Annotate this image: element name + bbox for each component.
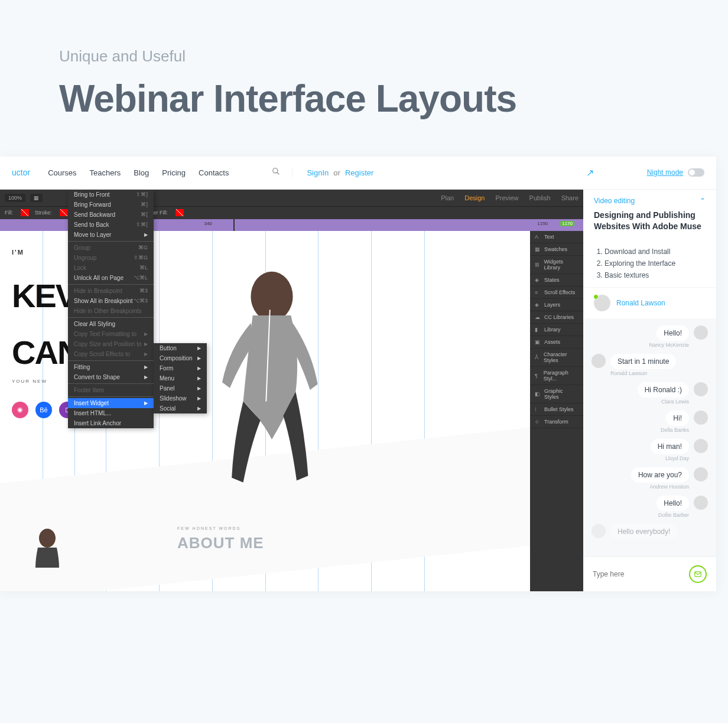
mode-share[interactable]: Share: [561, 194, 578, 201]
panel-widgets[interactable]: ⊞Widgets Library: [530, 256, 583, 274]
register-link[interactable]: Register: [345, 168, 373, 177]
ruler-mark: 1150: [537, 221, 548, 226]
ctx-insert-widget[interactable]: Insert Widget▶: [68, 398, 154, 408]
fill-label: Fill:: [5, 210, 13, 216]
night-mode-toggle[interactable]: [688, 168, 704, 177]
chat-sender: Lloyd Day: [665, 455, 689, 461]
chat-avatar: [694, 325, 708, 340]
panel-assets[interactable]: ▣Assets: [530, 336, 583, 349]
chat-sender: Clara Lewis: [661, 399, 689, 405]
nav-pricing[interactable]: Pricing: [162, 168, 186, 177]
sidebar-category[interactable]: Video editing⌃: [594, 197, 706, 205]
submenu-slideshow[interactable]: Slideshow▶: [154, 393, 207, 403]
ctx-bring-to-front[interactable]: Bring to Front⇧⌘]: [68, 190, 154, 200]
ctx-group: Group⌘G: [68, 243, 154, 253]
svg-line-1: [277, 172, 280, 175]
lesson-item[interactable]: Download and Install: [604, 246, 706, 258]
chat-ghost: Hello everybody!: [610, 524, 677, 539]
chat-area[interactable]: Hello!Nancy McKenzieStart in 1 minuteRon…: [583, 318, 716, 556]
lesson-item[interactable]: Basic textures: [604, 269, 706, 281]
ctx-insert-link-anchor[interactable]: Insert Link Anchor: [68, 418, 154, 428]
chat-avatar: [592, 524, 606, 538]
svg-point-0: [273, 168, 278, 173]
ctx-fitting[interactable]: Fitting▶: [68, 362, 154, 372]
submenu-form[interactable]: Form▶: [154, 363, 207, 373]
top-nav: uctor Courses Teachers Blog Pricing Cont…: [0, 157, 716, 190]
chat-message: How are you?: [631, 467, 689, 483]
ruler-mark: 340: [204, 221, 212, 226]
app-window: uctor Courses Teachers Blog Pricing Cont…: [0, 157, 716, 591]
panel-graphic-styles[interactable]: ◧Graphic Styles: [530, 385, 583, 403]
nav-blog[interactable]: Blog: [134, 168, 149, 177]
chat-input[interactable]: [593, 570, 683, 578]
svg-point-3: [39, 529, 56, 548]
lesson-list: Download and Install Exploring the Inter…: [583, 240, 716, 287]
ctx-copy-text-formatting-to: Copy Text Formatting to▶: [68, 329, 154, 339]
nav-courses[interactable]: Courses: [48, 168, 76, 177]
ctx-hide-in-other-breakpoints: Hide in Other Breakpoints: [68, 306, 154, 316]
auth-or: or: [333, 168, 340, 177]
panel-text[interactable]: AText: [530, 231, 583, 243]
ctx-hide-in-breakpoint: Hide in Breakpoint⌘3: [68, 286, 154, 296]
panel-layers[interactable]: ◈Layers: [530, 299, 583, 311]
nav-teachers[interactable]: Teachers: [90, 168, 121, 177]
ctx-convert-to-shape[interactable]: Convert to Shape▶: [68, 372, 154, 382]
ctx-copy-scroll-effects-to: Copy Scroll Effects to▶: [68, 349, 154, 359]
panel-swatches[interactable]: ▦Swatches: [530, 243, 583, 256]
chat-avatar: [694, 439, 708, 453]
ctx-insert-html-[interactable]: Insert HTML...: [68, 408, 154, 418]
submenu-panel[interactable]: Panel▶: [154, 383, 207, 393]
svg-point-2: [251, 271, 292, 321]
panel-cc[interactable]: ☁CC Libraries: [530, 311, 583, 324]
panel-char-styles[interactable]: ÅCharacter Styles: [530, 349, 583, 367]
stroke-swatch[interactable]: [60, 209, 68, 216]
mode-plan[interactable]: Plan: [441, 194, 454, 201]
ctx-send-backward[interactable]: Send Backward⌘[: [68, 210, 154, 220]
ctx-bring-forward[interactable]: Bring Forward⌘]: [68, 200, 154, 210]
mode-design[interactable]: Design: [464, 194, 485, 201]
ctx-move-to-layer[interactable]: Move to Layer▶: [68, 230, 154, 240]
panel-bullet-styles[interactable]: ⁝Bullet Styles: [530, 403, 583, 416]
submenu-menu[interactable]: Menu▶: [154, 373, 207, 383]
mode-preview[interactable]: Preview: [495, 194, 518, 201]
presenter-name[interactable]: Ronald Lawson: [616, 299, 665, 307]
mode-publish[interactable]: Publish: [529, 194, 551, 201]
panel-transform[interactable]: ⊹Transform: [530, 416, 583, 428]
panel-scroll[interactable]: ≡Scroll Effects: [530, 286, 583, 299]
night-mode-link[interactable]: Night mode: [647, 168, 683, 177]
browser-fill-swatch[interactable]: [176, 209, 184, 216]
chat-sender: Della Banks: [661, 427, 689, 433]
chat-sender: Dollie Barber: [658, 512, 689, 518]
chat-message: Start in 1 minute: [610, 354, 676, 369]
ctx-unlock-all-on-page[interactable]: Unlock All on Page⌥⌘L: [68, 273, 154, 283]
ctx-clear-all-styling[interactable]: Clear All Styling: [68, 319, 154, 329]
lesson-item[interactable]: Exploring the Interface: [604, 258, 706, 269]
panel-states[interactable]: ◈States: [530, 274, 583, 286]
submenu-composition[interactable]: Composition▶: [154, 353, 207, 363]
search-icon[interactable]: [272, 167, 280, 178]
page-subtitle: Unique and Useful: [59, 47, 669, 66]
zoom-level[interactable]: 100%: [5, 194, 25, 202]
nav-contacts[interactable]: Contacts: [199, 168, 229, 177]
send-button[interactable]: [689, 565, 707, 583]
fill-swatch[interactable]: [21, 209, 29, 216]
panel-para-styles[interactable]: ¶Paragraph Styl...: [530, 367, 583, 385]
panel-library[interactable]: ▮Library: [530, 324, 583, 336]
chat-message: Hi Ronald :): [638, 382, 689, 398]
expand-icon[interactable]: ↗: [586, 167, 594, 178]
page-title: Webinar Interface Layouts: [59, 77, 669, 121]
submenu-social[interactable]: Social▶: [154, 403, 207, 413]
presenter-row: Ronald Lawson: [583, 287, 716, 318]
about-avatar: [30, 526, 65, 568]
context-menu: Bring to Front⇧⌘]Bring Forward⌘]Send Bac…: [68, 190, 154, 428]
dribbble-icon[interactable]: ◉: [12, 402, 28, 418]
logo: uctor: [12, 168, 30, 177]
ctx-lock: Lock⌘L: [68, 263, 154, 273]
layout-icon[interactable]: ▦: [30, 194, 43, 202]
ctx-show-all-in-breakpoint[interactable]: Show All in Breakpoint⌥⌘3: [68, 296, 154, 306]
submenu-button[interactable]: Button▶: [154, 343, 207, 353]
signin-link[interactable]: SignIn: [307, 168, 329, 177]
behance-icon[interactable]: Bē: [35, 402, 52, 418]
ctx-send-to-back[interactable]: Send to Back⇧⌘[: [68, 220, 154, 230]
chat-avatar: [694, 496, 708, 510]
